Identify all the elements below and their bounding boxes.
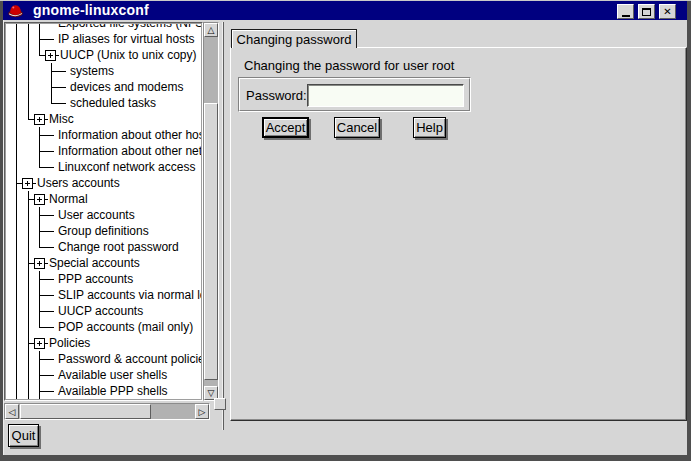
tree-item-label: Available PPP shells xyxy=(58,383,168,399)
scroll-left-icon: ◁ xyxy=(9,407,16,417)
tree-expander-icon[interactable] xyxy=(34,114,45,125)
tree-item[interactable]: Normal xyxy=(6,191,201,207)
close-icon: ✕ xyxy=(663,6,671,17)
tree-item[interactable]: Special accounts xyxy=(6,255,201,271)
tree-item-label: Misc xyxy=(49,111,74,127)
tree-item-label: Information about other host xyxy=(58,127,201,143)
window-border xyxy=(0,455,691,461)
tree-item[interactable]: Linuxconf network access xyxy=(6,159,201,175)
tree-item-label: Policies xyxy=(49,335,90,351)
password-input[interactable] xyxy=(307,84,464,107)
tree-item[interactable]: Password & account policie xyxy=(6,351,201,367)
tree-item[interactable]: PPP accounts xyxy=(6,271,201,287)
scroll-up-button[interactable]: △ xyxy=(204,23,218,37)
tree-item[interactable]: Available user shells xyxy=(6,367,201,383)
tree-item[interactable]: SLIP accounts via normal lo xyxy=(6,287,201,303)
tree-item[interactable]: Users accounts xyxy=(6,175,201,191)
accept-button[interactable]: Accept xyxy=(262,117,309,138)
tree-expander-icon[interactable] xyxy=(34,338,45,349)
tree-item[interactable]: User accounts xyxy=(6,207,201,223)
tree-item-label: Normal xyxy=(49,191,88,207)
window-border xyxy=(687,1,691,461)
tree-expander-icon[interactable] xyxy=(45,50,56,61)
quit-button[interactable]: Quit xyxy=(8,424,39,447)
tree-item-label: Change root password xyxy=(58,239,179,255)
tree-item-label: Group definitions xyxy=(58,223,149,239)
tree-item-label: SLIP accounts via normal lo xyxy=(58,287,201,303)
tree-item-label: Exported file systems (NFS) xyxy=(58,24,201,31)
tree-item[interactable]: POP accounts (mail only) xyxy=(6,319,201,335)
form-heading: Changing the password for user root xyxy=(244,58,454,73)
tree-item[interactable]: UUCP accounts xyxy=(6,303,201,319)
tree-item[interactable]: Misc xyxy=(6,111,201,127)
minimize-button[interactable] xyxy=(617,4,634,19)
tree-item-label: PPP accounts xyxy=(58,271,133,287)
tree-item-label: devices and modems xyxy=(70,79,183,95)
tree-item-label: Password & account policie xyxy=(58,351,201,367)
window-title: gnome-linuxconf xyxy=(33,1,149,20)
application-window: gnome-linuxconf ✕ Exported file systems … xyxy=(0,0,691,461)
tree-expander-icon[interactable] xyxy=(34,194,45,205)
horizontal-scrollbar-thumb[interactable] xyxy=(20,404,151,419)
scroll-up-icon: △ xyxy=(208,25,215,35)
tree-item-label: IP aliases for virtual hosts xyxy=(58,31,195,47)
tree-item[interactable]: UUCP (Unix to unix copy) xyxy=(6,47,201,63)
tree-item-label: UUCP accounts xyxy=(58,303,143,319)
config-tree-panel: Exported file systems (NFS)IP aliases fo… xyxy=(4,22,203,401)
tree-item[interactable]: scheduled tasks xyxy=(6,95,201,111)
tree-item[interactable]: devices and modems xyxy=(6,79,201,95)
tree-item-label: scheduled tasks xyxy=(70,95,156,111)
tree-item[interactable]: systems xyxy=(6,63,201,79)
tree-item[interactable]: Change root password xyxy=(6,239,201,255)
config-tree-viewport[interactable]: Exported file systems (NFS)IP aliases fo… xyxy=(6,24,201,399)
tree-item-label: User accounts xyxy=(58,207,135,223)
tree-item[interactable]: Available PPP shells xyxy=(6,383,201,399)
horizontal-scrollbar[interactable]: ◁ ▷ xyxy=(4,403,210,420)
tree-item-label: Special accounts xyxy=(49,255,140,271)
tree-item[interactable]: Exported file systems (NFS) xyxy=(6,24,201,31)
tab-changing-password[interactable]: Changing password xyxy=(231,29,357,48)
cancel-button[interactable]: Cancel xyxy=(334,117,380,138)
tree-expander-icon[interactable] xyxy=(22,178,33,189)
tree-item[interactable]: Policies xyxy=(6,335,201,351)
minimize-icon xyxy=(622,15,630,17)
vertical-scrollbar-thumb[interactable] xyxy=(204,103,218,380)
tree-item-label: Users accounts xyxy=(37,175,120,191)
tree-item[interactable]: Group definitions xyxy=(6,223,201,239)
scroll-down-icon: ▽ xyxy=(208,388,215,398)
vertical-scrollbar[interactable]: △ ▽ xyxy=(203,22,219,401)
tree-item-label: systems xyxy=(70,63,114,79)
scroll-left-button[interactable]: ◁ xyxy=(5,404,19,419)
title-bar[interactable]: gnome-linuxconf ✕ xyxy=(3,1,687,20)
maximize-button[interactable] xyxy=(638,4,655,19)
tree-item[interactable]: IP aliases for virtual hosts xyxy=(6,31,201,47)
tree-item-label: Linuxconf network access xyxy=(58,159,195,175)
tree-item[interactable]: Information about other host xyxy=(6,127,201,143)
help-button[interactable]: Help xyxy=(413,117,446,138)
tree-item-label: UUCP (Unix to unix copy) xyxy=(60,47,197,63)
paned-divider xyxy=(223,22,224,430)
maximize-icon xyxy=(642,8,651,16)
scroll-right-button[interactable]: ▷ xyxy=(195,404,209,419)
tree-item-label: Available user shells xyxy=(58,367,167,383)
tree-item[interactable]: Information about other netw xyxy=(6,143,201,159)
password-label: Password: xyxy=(246,88,307,103)
tree-expander-icon[interactable] xyxy=(34,258,45,269)
tree-item-label: Information about other netw xyxy=(58,143,201,159)
tree-item-label: POP accounts (mail only) xyxy=(58,319,193,335)
paned-resize-handle[interactable] xyxy=(214,398,226,410)
close-button[interactable]: ✕ xyxy=(659,4,676,19)
scroll-right-icon: ▷ xyxy=(199,407,206,417)
redhat-logo-icon xyxy=(7,2,24,19)
